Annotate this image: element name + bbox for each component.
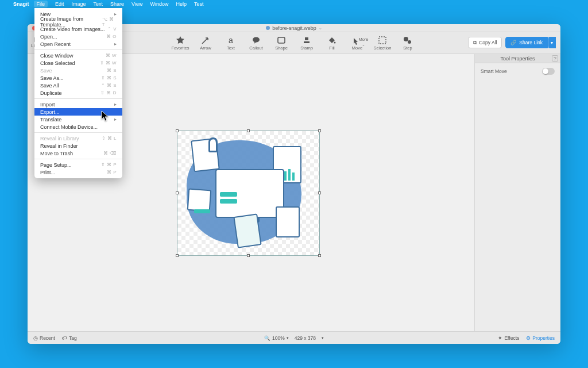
tool-label: Text xyxy=(227,45,235,51)
menu-item-save-all[interactable]: Save All⌃ ⌘ S xyxy=(34,82,122,89)
resize-handle[interactable] xyxy=(176,129,179,132)
shortcut: ⌘ S xyxy=(107,68,117,73)
tool-label: Step xyxy=(403,45,412,51)
recent-button[interactable]: ◷Recent xyxy=(33,335,55,341)
shortcut: ⇧ ⌘ S xyxy=(101,75,117,80)
zoom-control[interactable]: 🔍100%▾ xyxy=(264,335,289,341)
gear-icon: ⚙ xyxy=(526,335,531,341)
svg-point-3 xyxy=(334,41,336,43)
menu-item-import[interactable]: Import▸ xyxy=(34,101,122,108)
shortcut: ⇧ ⌘ D xyxy=(100,90,117,95)
more-tools[interactable]: More ⌄ xyxy=(356,37,371,47)
menubar-app[interactable]: Snagit xyxy=(13,1,29,7)
menu-item-close-selected[interactable]: Close Selected⇧ ⌘ W xyxy=(34,59,122,67)
menu-item-close-window[interactable]: Close Window⌘ W xyxy=(34,52,122,59)
menubar-file[interactable]: File xyxy=(34,1,48,7)
tool-arrow[interactable]: Arrow xyxy=(196,36,215,51)
resize-handle[interactable] xyxy=(176,191,179,194)
share-label: Share Link xyxy=(519,40,543,45)
tool-label: Arrow xyxy=(200,45,211,51)
tool-label: Callout xyxy=(249,45,262,51)
menu-item-label: Save As... xyxy=(40,75,64,81)
chevron-down-icon[interactable]: ⌄ xyxy=(319,26,322,30)
resize-handle[interactable] xyxy=(247,129,250,132)
help-icon[interactable]: ? xyxy=(552,55,558,62)
resize-handle[interactable] xyxy=(318,254,321,257)
menu-item-export[interactable]: Export... xyxy=(34,108,122,116)
right-actions: ⧉ Copy All 🔗 Share Link ▾ xyxy=(468,37,556,48)
menu-item-label: Open... xyxy=(40,34,57,40)
menubar-edit[interactable]: Edit xyxy=(55,1,64,7)
share-link-button[interactable]: 🔗 Share Link xyxy=(505,37,548,48)
shortcut: ⇧ ⌘ L xyxy=(102,136,117,141)
menu-item-reveal-in-finder[interactable]: Reveal in Finder xyxy=(34,142,122,150)
menu-separator xyxy=(34,98,122,99)
svg-point-6 xyxy=(408,40,411,44)
tool-text[interactable]: aText xyxy=(221,36,241,51)
properties-button[interactable]: ⚙Properties xyxy=(526,335,555,341)
chevron-down-icon[interactable]: ▾ xyxy=(322,336,324,340)
menu-item-open-recent[interactable]: Open Recent▸ xyxy=(34,40,122,48)
menu-item-reveal-in-library: Reveal in Library⇧ ⌘ L xyxy=(34,135,122,142)
effects-label: Effects xyxy=(504,335,519,341)
tool-label: Fill xyxy=(329,45,335,51)
menubar-window[interactable]: Window xyxy=(150,1,168,7)
menu-item-create-video-from-images[interactable]: Create Video from Images...⌃ V xyxy=(34,25,122,33)
menu-item-label: Close Window xyxy=(40,53,74,59)
resize-handle[interactable] xyxy=(176,254,179,257)
menu-item-create-image-from-template[interactable]: Create Image from Template...⌥ ⌘ T xyxy=(34,18,122,25)
menu-item-page-setup[interactable]: Page Setup...⇧ ⌘ P xyxy=(34,161,122,168)
tag-label: Tag xyxy=(69,335,77,341)
menu-item-label: Page Setup... xyxy=(40,162,72,168)
smart-move-label: Smart Move xyxy=(481,68,507,74)
menu-item-save-as[interactable]: Save As...⇧ ⌘ S xyxy=(34,74,122,82)
menu-item-duplicate[interactable]: Duplicate⇧ ⌘ D xyxy=(34,89,122,97)
menubar-text[interactable]: Text xyxy=(94,1,103,7)
shortcut: ⌘ ⌫ xyxy=(103,151,117,156)
tool-properties-panel: Tool Properties ? Smart Move xyxy=(474,54,560,331)
tool-callout[interactable]: Callout xyxy=(246,36,266,51)
menu-item-print[interactable]: Print...⌘ P xyxy=(34,168,122,176)
resize-handle[interactable] xyxy=(318,129,321,132)
shortcut: ⇧ ⌘ P xyxy=(101,162,117,167)
chevron-down-icon: ▾ xyxy=(551,40,553,45)
effects-button[interactable]: ✦Effects xyxy=(498,335,519,341)
document-title: before-snagit.webp ⌄ xyxy=(266,25,322,31)
menu-item-label: Duplicate xyxy=(40,90,62,96)
arrow-icon xyxy=(201,36,210,45)
share-dropdown[interactable]: ▾ xyxy=(548,37,556,48)
more-label: More xyxy=(358,37,368,42)
file-menu[interactable]: New▸Create Image from Template...⌥ ⌘ TCr… xyxy=(34,8,122,178)
menu-item-translate[interactable]: Translate▸ xyxy=(34,116,122,123)
copy-all-button[interactable]: ⧉ Copy All xyxy=(468,37,502,48)
callout-icon xyxy=(252,36,261,45)
menubar-image[interactable]: Image xyxy=(72,1,86,7)
tool-fill[interactable]: Fill xyxy=(322,36,342,51)
image-canvas[interactable] xyxy=(177,131,320,256)
document-title-text: before-snagit.webp xyxy=(272,25,316,31)
zoom-value: 100% xyxy=(272,335,285,341)
menubar-test[interactable]: Test xyxy=(194,1,204,7)
resize-handle[interactable] xyxy=(318,191,321,194)
menu-item-move-to-trash[interactable]: Move to Trash⌘ ⌫ xyxy=(34,150,122,157)
tool-shape[interactable]: Shape xyxy=(272,36,291,51)
tool-label: Stamp xyxy=(300,45,313,51)
tool-stamp[interactable]: Stamp xyxy=(297,36,316,51)
menu-item-open[interactable]: Open...⌘ O xyxy=(34,33,122,40)
menu-item-label: Save xyxy=(40,68,52,74)
recent-label: Recent xyxy=(40,335,55,341)
text-icon: a xyxy=(226,36,235,45)
menubar-view[interactable]: View xyxy=(131,1,142,7)
menubar-share[interactable]: Share xyxy=(110,1,124,7)
tag-button[interactable]: 🏷Tag xyxy=(62,335,77,341)
tool-selection[interactable]: Selection xyxy=(373,36,392,51)
menu-item-connect-mobile-device[interactable]: Connect Mobile Device... xyxy=(34,123,122,131)
svg-text:a: a xyxy=(229,36,233,45)
smart-move-toggle[interactable] xyxy=(542,68,555,75)
tool-favorites[interactable]: Favorites xyxy=(171,36,190,51)
resize-handle[interactable] xyxy=(247,254,250,257)
chevron-right-icon: ▸ xyxy=(114,117,117,122)
menubar-help[interactable]: Help xyxy=(176,1,187,7)
menu-item-label: Import xyxy=(40,102,55,108)
tool-step[interactable]: Step xyxy=(398,36,417,51)
